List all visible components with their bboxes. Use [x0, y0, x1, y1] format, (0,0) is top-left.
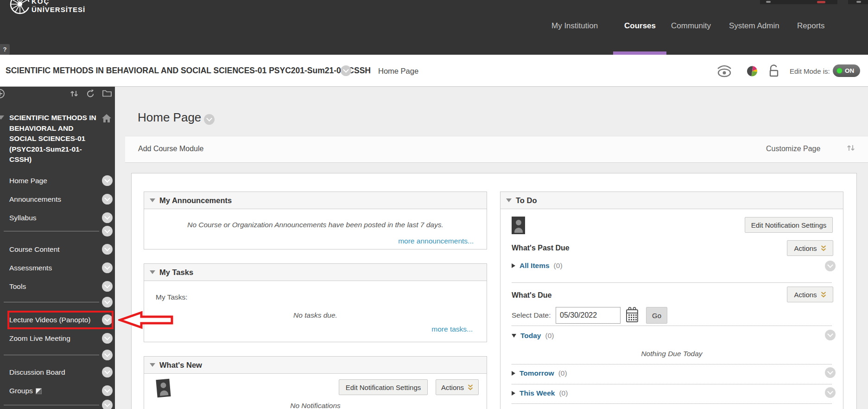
edit-notification-settings-button[interactable]: Edit Notification Settings	[339, 379, 428, 395]
topbar-fragment	[760, 0, 837, 4]
student-preview-eye-icon[interactable]	[716, 65, 733, 79]
actions-button[interactable]: Actions	[787, 287, 833, 302]
whats-due-label: What's Due	[512, 291, 551, 300]
sidebar-item-zoom-live-meeting[interactable]: Zoom Live Meeting	[9, 334, 70, 343]
sidebar-item-home-page[interactable]: Home Page	[9, 177, 47, 185]
row-menu-badge[interactable]	[825, 330, 836, 340]
module-header: What's New	[144, 357, 487, 374]
tab-my-institution[interactable]: My Institution	[551, 21, 598, 31]
module-header: My Announcements	[144, 192, 487, 209]
sidebar-item-assessments[interactable]: Assessments	[9, 264, 52, 272]
folder-view-icon[interactable]	[102, 89, 112, 99]
menu-item-badge[interactable]	[102, 212, 113, 223]
topbar-glyph	[766, 1, 771, 3]
module-my-tasks: My Tasks My Tasks: No tasks due. more ta…	[144, 263, 487, 342]
menu-item-badge[interactable]	[102, 367, 113, 377]
dotted-divider	[512, 403, 832, 404]
home-icon[interactable]	[101, 114, 112, 125]
sidebar-item-discussion-board[interactable]: Discussion Board	[9, 368, 65, 377]
module-title: What's New	[159, 361, 202, 370]
menu-item-badge[interactable]	[102, 262, 113, 273]
reorder-updown-icon[interactable]	[70, 89, 79, 100]
menu-item-badge[interactable]	[102, 175, 113, 186]
menu-item-badge[interactable]	[102, 333, 113, 344]
course-title-line: CSSH)	[9, 155, 32, 163]
sidebar-item-syllabus[interactable]: Syllabus	[9, 214, 37, 222]
theme-palette-icon[interactable]	[746, 65, 758, 79]
sidebar-divider	[4, 302, 99, 302]
calendar-icon[interactable]	[626, 307, 639, 325]
logo-line1: KOÇ	[32, 0, 85, 5]
double-chevron-down-icon	[821, 291, 826, 298]
this-week-row[interactable]: This Week (0)	[512, 389, 568, 397]
avatar	[512, 217, 525, 234]
collapse-triangle-icon[interactable]	[506, 198, 512, 202]
nothing-due-today-message: Nothing Due Today	[501, 350, 843, 358]
today-row[interactable]: Today (0)	[512, 332, 554, 340]
sidebar-item-course-content[interactable]: Course Content	[9, 245, 60, 254]
breadcrumb-page-name: Home Page	[378, 67, 418, 76]
course-collapse-triangle[interactable]	[0, 115, 4, 120]
course-bar: SCIENTIFIC METHODS IN BEHAVIORAL AND SOC…	[0, 55, 868, 87]
my-tasks-label: My Tasks:	[156, 293, 188, 301]
sidebar-course-title[interactable]: SCIENTIFIC METHODS IN BEHAVIORAL AND SOC…	[9, 113, 101, 165]
divider-badge[interactable]	[102, 400, 113, 409]
open-lock-icon[interactable]	[768, 64, 780, 80]
menu-item-badge[interactable]	[102, 244, 113, 255]
tab-system-admin[interactable]: System Admin	[729, 21, 779, 31]
row-menu-badge[interactable]	[825, 261, 836, 271]
tasks-empty-message: No tasks due.	[144, 311, 487, 320]
refresh-icon[interactable]	[86, 89, 95, 100]
customize-page-button[interactable]: Customize Page	[766, 145, 820, 153]
row-menu-badge[interactable]	[825, 367, 836, 378]
go-button[interactable]: Go	[646, 307, 667, 324]
page-title-menu-badge[interactable]	[204, 114, 215, 125]
divider-badge[interactable]	[102, 350, 113, 360]
select-date-label: Select Date:	[512, 311, 551, 320]
row-menu-badge[interactable]	[825, 387, 836, 398]
course-title-menu-badge[interactable]	[341, 65, 351, 76]
module-my-announcements: My Announcements No Course or Organizati…	[144, 192, 487, 249]
triangle-right-icon	[512, 371, 515, 376]
edit-mode-toggle[interactable]: ON	[833, 64, 860, 77]
sidebar-divider	[4, 231, 99, 231]
menu-item-badge[interactable]	[102, 194, 113, 204]
collapse-triangle-icon[interactable]	[150, 363, 155, 367]
sidebar-item-tools[interactable]: Tools	[9, 282, 26, 291]
dotted-divider	[512, 326, 832, 326]
dotted-divider	[512, 364, 832, 364]
tab-community[interactable]: Community	[671, 21, 711, 31]
tab-reports[interactable]: Reports	[797, 21, 825, 31]
reorder-modules-icon[interactable]	[846, 143, 855, 154]
date-input[interactable]	[556, 307, 621, 324]
add-course-module-bar: Add Course Module Customize Page	[125, 136, 868, 163]
menu-item-badge[interactable]	[102, 281, 113, 292]
divider-badge[interactable]	[102, 226, 113, 236]
edit-notification-settings-button[interactable]: Edit Notification Settings	[745, 217, 833, 233]
course-menu-sidebar: SCIENTIFIC METHODS IN BEHAVIORAL AND SOC…	[0, 87, 115, 409]
more-tasks-link[interactable]: more tasks...	[431, 325, 473, 333]
actions-button[interactable]: Actions	[787, 240, 833, 256]
sidebar-item-groups[interactable]: Groups	[9, 387, 42, 395]
collapse-triangle-icon[interactable]	[150, 198, 155, 202]
double-chevron-down-icon	[821, 245, 826, 252]
all-items-row[interactable]: All Items (0)	[512, 262, 563, 270]
module-to-do: To Do Edit Notification Settings What's …	[500, 192, 843, 409]
divider-badge[interactable]	[102, 297, 113, 307]
add-course-module-button[interactable]: Add Course Module	[138, 145, 203, 153]
more-announcements-link[interactable]: more announcements...	[398, 237, 474, 245]
add-menu-item-icon[interactable]	[0, 89, 5, 101]
tomorrow-link: Tomorrow	[520, 369, 554, 377]
blackboard-course-page: KOÇ ÜNİVERSİTESİ My Institution Courses …	[0, 0, 868, 409]
triangle-down-icon	[512, 334, 516, 338]
collapse-triangle-icon[interactable]	[150, 270, 155, 274]
menu-item-badge[interactable]	[102, 385, 113, 396]
tomorrow-row[interactable]: Tomorrow (0)	[512, 369, 567, 377]
koc-university-logo[interactable]	[9, 0, 31, 17]
module-title: My Announcements	[159, 196, 232, 205]
help-tab[interactable]: ?	[0, 44, 10, 55]
actions-button[interactable]: Actions	[436, 379, 479, 395]
tab-courses[interactable]: Courses	[624, 21, 656, 31]
sidebar-divider	[4, 355, 99, 355]
sidebar-item-announcements[interactable]: Announcements	[9, 195, 61, 204]
